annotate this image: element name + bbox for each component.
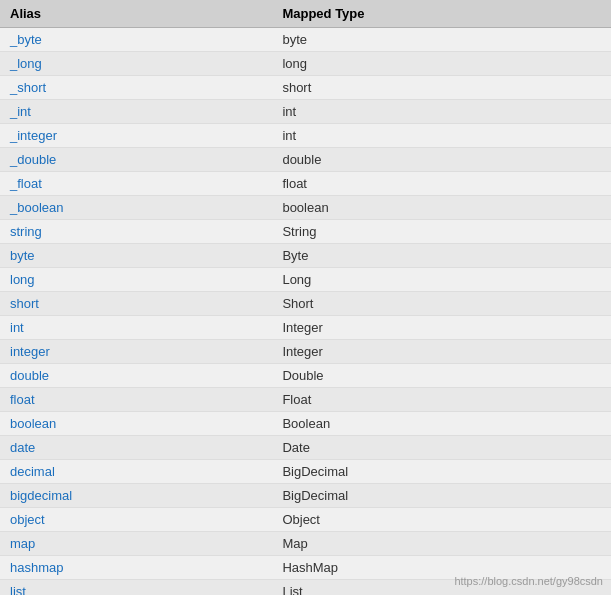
mapped-type-cell: String [272, 220, 611, 244]
mapped-type-cell: boolean [272, 196, 611, 220]
mapped-type-cell: Long [272, 268, 611, 292]
mapped-type-cell: short [272, 76, 611, 100]
table-row: booleanBoolean [0, 412, 611, 436]
mapped-type-cell: byte [272, 28, 611, 52]
table-container: Alias Mapped Type _bytebyte_longlong_sho… [0, 0, 611, 595]
alias-cell: _int [0, 100, 272, 124]
table-row: floatFloat [0, 388, 611, 412]
mapped-type-cell: Double [272, 364, 611, 388]
alias-cell: string [0, 220, 272, 244]
mapped-type-cell: Map [272, 532, 611, 556]
alias-cell: map [0, 532, 272, 556]
mapped-type-cell: Byte [272, 244, 611, 268]
mapped-type-column-header: Mapped Type [272, 0, 611, 28]
alias-cell: long [0, 268, 272, 292]
table-row: longLong [0, 268, 611, 292]
alias-cell: double [0, 364, 272, 388]
alias-cell: _short [0, 76, 272, 100]
table-row: _doubledouble [0, 148, 611, 172]
alias-cell: decimal [0, 460, 272, 484]
alias-cell: _integer [0, 124, 272, 148]
table-row: stringString [0, 220, 611, 244]
alias-cell: object [0, 508, 272, 532]
watermark: https://blog.csdn.net/gy98csdn [454, 575, 603, 587]
table-row: _bytebyte [0, 28, 611, 52]
alias-cell: int [0, 316, 272, 340]
alias-column-header: Alias [0, 0, 272, 28]
mapped-type-cell: Integer [272, 340, 611, 364]
alias-cell: byte [0, 244, 272, 268]
mapped-type-cell: long [272, 52, 611, 76]
alias-cell: _long [0, 52, 272, 76]
mapped-type-cell: BigDecimal [272, 484, 611, 508]
table-header-row: Alias Mapped Type [0, 0, 611, 28]
alias-cell: integer [0, 340, 272, 364]
mapped-type-cell: BigDecimal [272, 460, 611, 484]
alias-cell: date [0, 436, 272, 460]
table-row: objectObject [0, 508, 611, 532]
alias-cell: bigdecimal [0, 484, 272, 508]
mapped-type-cell: Boolean [272, 412, 611, 436]
alias-cell: _float [0, 172, 272, 196]
mapped-type-cell: float [272, 172, 611, 196]
alias-cell: _byte [0, 28, 272, 52]
mapped-type-cell: int [272, 100, 611, 124]
table-row: _intint [0, 100, 611, 124]
alias-cell: short [0, 292, 272, 316]
table-row: decimalBigDecimal [0, 460, 611, 484]
table-row: _booleanboolean [0, 196, 611, 220]
table-row: dateDate [0, 436, 611, 460]
table-row: integerInteger [0, 340, 611, 364]
table-row: shortShort [0, 292, 611, 316]
table-row: bigdecimalBigDecimal [0, 484, 611, 508]
mapped-type-cell: Short [272, 292, 611, 316]
table-row: mapMap [0, 532, 611, 556]
alias-cell: _double [0, 148, 272, 172]
alias-cell: boolean [0, 412, 272, 436]
mapped-type-cell: Object [272, 508, 611, 532]
alias-cell: float [0, 388, 272, 412]
table-row: _shortshort [0, 76, 611, 100]
mapped-type-cell: Float [272, 388, 611, 412]
alias-cell: hashmap [0, 556, 272, 580]
table-row: doubleDouble [0, 364, 611, 388]
alias-cell: _boolean [0, 196, 272, 220]
table-row: byteByte [0, 244, 611, 268]
table-row: _longlong [0, 52, 611, 76]
table-row: _floatfloat [0, 172, 611, 196]
mapped-type-cell: Integer [272, 316, 611, 340]
mapped-type-cell: Date [272, 436, 611, 460]
table-row: intInteger [0, 316, 611, 340]
alias-table: Alias Mapped Type _bytebyte_longlong_sho… [0, 0, 611, 595]
mapped-type-cell: double [272, 148, 611, 172]
table-row: _integerint [0, 124, 611, 148]
alias-cell: list [0, 580, 272, 596]
mapped-type-cell: int [272, 124, 611, 148]
